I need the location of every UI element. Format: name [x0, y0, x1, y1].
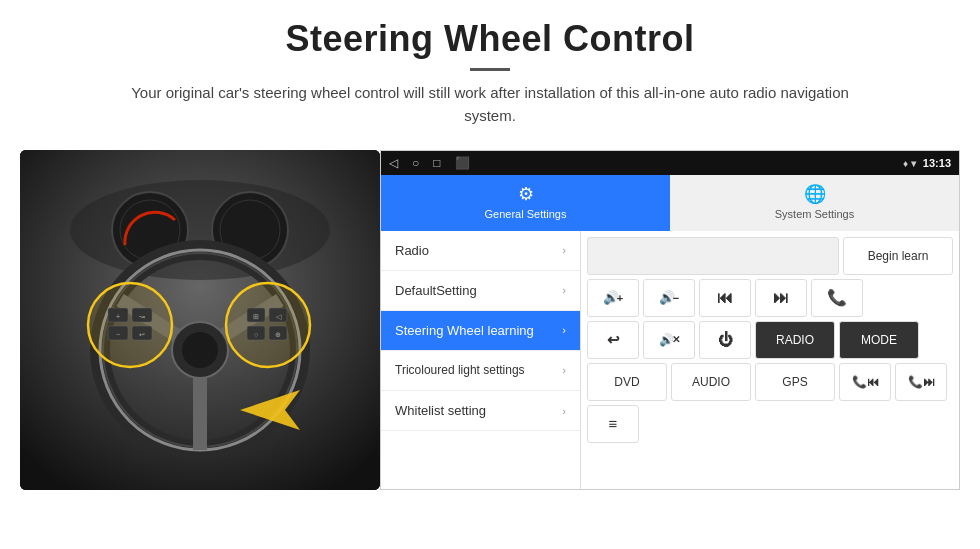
ctrl-row-5: ≡: [587, 405, 953, 443]
chevron-icon: ›: [562, 364, 566, 376]
title-divider: [470, 68, 510, 71]
ctrl-row-2: 🔊+ 🔊− ⏮ ⏭ 📞: [587, 279, 953, 317]
menu-item-whitelist[interactable]: Whitelist setting ›: [381, 391, 580, 431]
control-panel: Begin learn 🔊+ 🔊− ⏮ ⏭ 📞: [581, 231, 959, 489]
signal-icon: ♦ ▾: [903, 158, 916, 169]
phone-button[interactable]: 📞: [811, 279, 863, 317]
phone-next-button[interactable]: 📞⏭: [895, 363, 947, 401]
tab-bar: ⚙ General Settings 🌐 System Settings: [381, 175, 959, 231]
ctrl-row-4: DVD AUDIO GPS 📞⏮ 📞⏭: [587, 363, 953, 401]
chevron-icon: ›: [562, 324, 566, 336]
menu-item-steering-wheel[interactable]: Steering Wheel learning ›: [381, 311, 580, 351]
ctrl-row-1: Begin learn: [587, 237, 953, 275]
home-icon: ○: [412, 156, 419, 170]
content-area: + ↝ − ↩ ⊞ ◁ ○ ⊕: [0, 138, 980, 550]
svg-point-23: [226, 283, 310, 367]
svg-text:⊕: ⊕: [275, 331, 281, 338]
svg-text:↩: ↩: [139, 331, 145, 338]
chevron-icon: ›: [562, 244, 566, 256]
mute-button[interactable]: 🔊✕: [643, 321, 695, 359]
chevron-icon: ›: [562, 405, 566, 417]
svg-text:○: ○: [254, 331, 258, 338]
header-section: Steering Wheel Control Your original car…: [0, 0, 980, 138]
svg-text:−: −: [116, 331, 120, 338]
globe-icon: 🌐: [804, 183, 826, 205]
subtitle: Your original car's steering wheel contr…: [130, 81, 850, 128]
android-panel: ◁ ○ □ ⬛ ♦ ▾ 13:13 ⚙ General Settings 🌐: [380, 150, 960, 490]
steering-wheel-svg: + ↝ − ↩ ⊞ ◁ ○ ⊕: [20, 150, 380, 490]
ctrl-row-3: ↩ 🔊✕ ⏻ RADIO MODE: [587, 321, 953, 359]
ctrl-empty-box: [587, 237, 839, 275]
main-content: Radio › DefaultSetting › Steering Wheel …: [381, 231, 959, 489]
page-title: Steering Wheel Control: [40, 18, 940, 60]
status-left: ◁ ○ □ ⬛: [389, 156, 470, 170]
dvd-button[interactable]: DVD: [587, 363, 667, 401]
list-button[interactable]: ≡: [587, 405, 639, 443]
gear-icon: ⚙: [518, 183, 534, 205]
gps-button[interactable]: GPS: [755, 363, 835, 401]
svg-point-13: [182, 332, 218, 368]
svg-text:↝: ↝: [139, 313, 145, 320]
back-icon: ◁: [389, 156, 398, 170]
page-wrapper: Steering Wheel Control Your original car…: [0, 0, 980, 549]
radio-button[interactable]: RADIO: [755, 321, 835, 359]
menu-list: Radio › DefaultSetting › Steering Wheel …: [381, 231, 581, 489]
audio-button[interactable]: AUDIO: [671, 363, 751, 401]
power-button[interactable]: ⏻: [699, 321, 751, 359]
media-icon: ⬛: [455, 156, 470, 170]
status-time: ♦ ▾ 13:13: [903, 157, 951, 169]
tab-system-settings[interactable]: 🌐 System Settings: [670, 175, 959, 231]
call-back-button[interactable]: ↩: [587, 321, 639, 359]
prev-track-button[interactable]: ⏮: [699, 279, 751, 317]
svg-point-1: [70, 180, 330, 280]
status-bar: ◁ ○ □ ⬛ ♦ ▾ 13:13: [381, 151, 959, 175]
begin-learn-button[interactable]: Begin learn: [843, 237, 953, 275]
svg-point-14: [88, 283, 172, 367]
svg-text:+: +: [116, 313, 120, 320]
tab-general-settings[interactable]: ⚙ General Settings: [381, 175, 670, 231]
volume-down-button[interactable]: 🔊−: [643, 279, 695, 317]
next-track-button[interactable]: ⏭: [755, 279, 807, 317]
mode-button[interactable]: MODE: [839, 321, 919, 359]
car-image-bg: + ↝ − ↩ ⊞ ◁ ○ ⊕: [20, 150, 380, 490]
recents-icon: □: [433, 156, 440, 170]
menu-item-tricoloured[interactable]: Tricoloured light settings ›: [381, 351, 580, 392]
svg-text:⊞: ⊞: [253, 313, 259, 320]
car-image-panel: + ↝ − ↩ ⊞ ◁ ○ ⊕: [20, 150, 380, 490]
chevron-icon: ›: [562, 284, 566, 296]
volume-up-button[interactable]: 🔊+: [587, 279, 639, 317]
menu-item-default-setting[interactable]: DefaultSetting ›: [381, 271, 580, 311]
menu-item-radio[interactable]: Radio ›: [381, 231, 580, 271]
phone-prev-button[interactable]: 📞⏮: [839, 363, 891, 401]
